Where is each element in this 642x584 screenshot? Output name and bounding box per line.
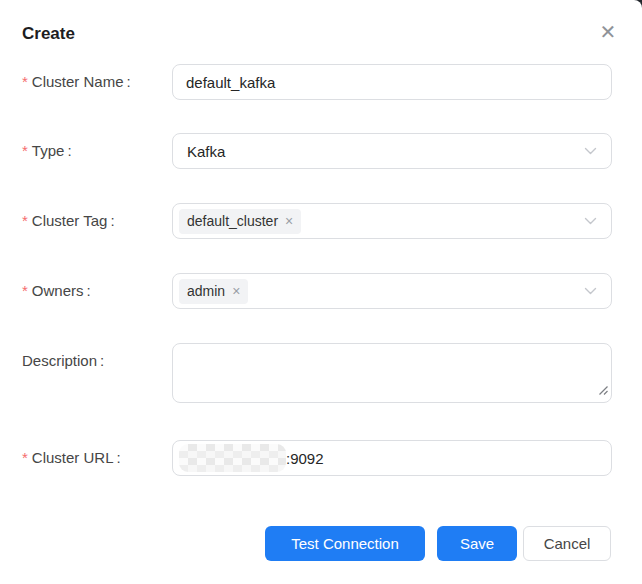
type-select[interactable]: Kafka — [172, 133, 612, 169]
description-label: Description: — [22, 343, 104, 379]
test-connection-button[interactable]: Test Connection — [265, 526, 425, 561]
cluster-tag-row: *Cluster Tag: default_cluster × — [22, 203, 612, 239]
cluster-name-input[interactable] — [172, 64, 612, 100]
owners-row: *Owners: admin × — [22, 273, 612, 309]
required-mark: * — [22, 282, 28, 299]
type-label: *Type: — [22, 133, 72, 169]
required-mark: * — [22, 449, 28, 466]
cancel-button[interactable]: Cancel — [523, 526, 611, 561]
chevron-down-icon — [583, 284, 598, 299]
owners-select[interactable]: admin × — [172, 273, 612, 309]
modal-title: Create — [22, 24, 75, 44]
cluster-url-input[interactable]: :9092 — [172, 440, 612, 476]
remove-tag-icon[interactable]: × — [285, 214, 293, 228]
cluster-url-row: *Cluster URL: :9092 — [22, 440, 612, 476]
required-mark: * — [22, 212, 28, 229]
required-mark: * — [22, 142, 28, 159]
required-mark: * — [22, 73, 28, 90]
remove-owner-icon[interactable]: × — [232, 284, 240, 298]
create-cluster-dialog: Create ✕ *Cluster Name: *Type: Kafka — [0, 0, 642, 584]
cluster-url-label: *Cluster URL: — [22, 440, 121, 476]
owners-label: *Owners: — [22, 273, 91, 309]
cluster-url-port: :9092 — [286, 450, 324, 467]
save-button[interactable]: Save — [437, 526, 517, 561]
modal: Create ✕ *Cluster Name: *Type: Kafka — [0, 0, 642, 584]
description-row: Description: — [22, 343, 612, 403]
owner-chip-label: admin — [187, 283, 225, 299]
cluster-name-label: *Cluster Name: — [22, 64, 131, 100]
type-row: *Type: Kafka — [22, 133, 612, 169]
description-input[interactable] — [172, 343, 612, 403]
cluster-tag-chip: default_cluster × — [179, 209, 301, 234]
owner-chip: admin × — [179, 279, 248, 304]
type-select-value: Kafka — [179, 143, 225, 160]
cluster-tag-chip-label: default_cluster — [187, 213, 278, 229]
cluster-name-row: *Cluster Name: — [22, 64, 612, 100]
cluster-tag-label: *Cluster Tag: — [22, 203, 115, 239]
redacted-host-segment — [179, 444, 286, 472]
chevron-down-icon — [583, 144, 598, 159]
cluster-tag-select[interactable]: default_cluster × — [172, 203, 612, 239]
close-icon[interactable]: ✕ — [597, 21, 619, 43]
chevron-down-icon — [583, 214, 598, 229]
